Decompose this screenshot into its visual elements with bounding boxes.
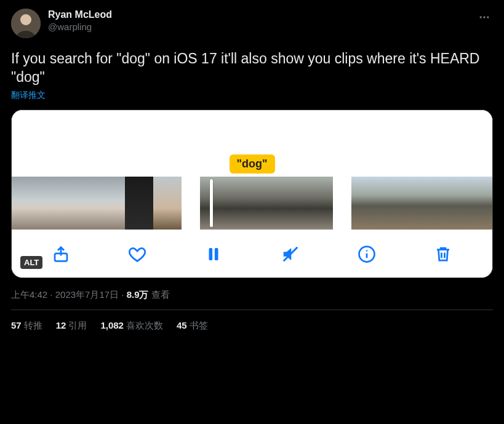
more-icon[interactable]	[476, 9, 493, 28]
svg-point-4	[487, 16, 489, 18]
likes-stat[interactable]: 1,082喜欢次数	[100, 320, 163, 332]
thumbnail[interactable]	[351, 177, 380, 230]
clip-group-1[interactable]	[12, 177, 182, 230]
video-timeline[interactable]	[12, 177, 492, 230]
tweet-header: Ryan McLeod @warpling	[11, 9, 493, 38]
thumbnail[interactable]	[68, 177, 97, 230]
svg-point-3	[483, 16, 485, 18]
thumbnail[interactable]	[125, 177, 153, 230]
views-label: 查看	[149, 289, 170, 300]
bookmarks-stat[interactable]: 45书签	[177, 320, 208, 332]
info-icon[interactable]	[356, 243, 378, 265]
display-name[interactable]: Ryan McLeod	[48, 9, 476, 21]
meta-row: 上午4:42 · 2023年7月17日 · 8.9万 查看	[11, 289, 493, 301]
thumbnail[interactable]	[465, 177, 492, 230]
thumbnail[interactable]	[12, 177, 40, 230]
thumbnail[interactable]	[200, 177, 233, 230]
clip-group-2[interactable]	[200, 177, 333, 230]
svg-point-11	[366, 250, 367, 252]
thumbnail[interactable]	[266, 177, 300, 230]
thumbnail[interactable]	[153, 177, 182, 230]
post-date[interactable]: 2023年7月17日	[55, 289, 119, 300]
playhead[interactable]	[210, 179, 213, 227]
clip-group-3[interactable]	[351, 177, 492, 230]
retweets-stat[interactable]: 57转推	[11, 320, 42, 332]
trash-icon[interactable]	[432, 243, 454, 265]
handle[interactable]: @warpling	[48, 21, 476, 33]
avatar[interactable]	[11, 9, 41, 38]
thumbnail[interactable]	[40, 177, 68, 230]
svg-rect-7	[215, 248, 218, 260]
svg-rect-6	[209, 248, 213, 260]
svg-point-1	[20, 14, 31, 25]
tweet-container: Ryan McLeod @warpling If you search for …	[0, 0, 504, 340]
media-toolbar	[12, 230, 492, 270]
share-icon[interactable]	[50, 243, 72, 265]
thumbnail[interactable]	[97, 177, 125, 230]
author-block: Ryan McLeod @warpling	[48, 9, 476, 33]
pause-icon[interactable]	[202, 243, 225, 265]
stats-row: 57转推 12引用 1,082喜欢次数 45书签	[11, 310, 493, 340]
translate-link[interactable]: 翻译推文	[11, 90, 46, 101]
caption-bubble: "dog"	[229, 154, 274, 174]
svg-point-2	[480, 16, 482, 18]
heart-icon[interactable]	[126, 243, 148, 265]
thumbnail[interactable]	[233, 177, 266, 230]
views-count[interactable]: 8.9万	[127, 289, 149, 300]
thumbnail[interactable]	[436, 177, 465, 230]
tweet-text: If you search for "dog" on iOS 17 it'll …	[11, 49, 493, 86]
media-card: "dog"	[11, 110, 493, 278]
post-time[interactable]: 上午4:42	[11, 289, 47, 300]
thumbnail[interactable]	[380, 177, 408, 230]
thumbnail[interactable]	[408, 177, 436, 230]
thumbnail[interactable]	[300, 177, 333, 230]
alt-badge[interactable]: ALT	[20, 256, 42, 269]
quotes-stat[interactable]: 12引用	[56, 320, 87, 332]
mute-icon[interactable]	[279, 243, 302, 265]
